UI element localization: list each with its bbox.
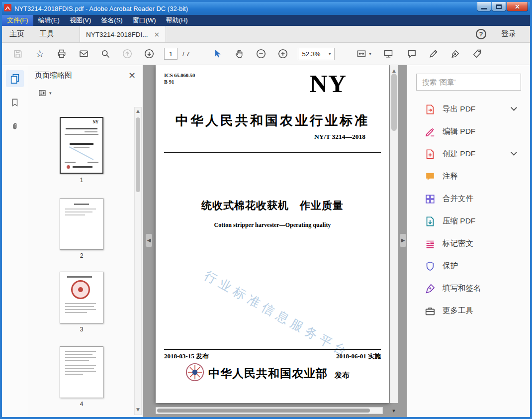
menu-window[interactable]: 窗口(W) [128, 15, 161, 26]
tab-document[interactable]: NYT3214-2018FDI... × [80, 26, 166, 42]
pdf-page: ICS 65.060.50 B 91 NY 中华人民共和国农业行业标准 NY/T… [156, 65, 389, 403]
thumbnail-page-number: 2 [60, 252, 103, 259]
combine-files-icon [424, 194, 436, 205]
publisher-name: 中华人民共和国农业部 [208, 366, 328, 381]
acrobat-window: NYT3214-2018FDIS.pdf - Adobe Acrobat Rea… [0, 0, 532, 419]
collapse-right-panel-button[interactable]: ▶ [400, 234, 406, 247]
zoom-caret-icon: ▾ [329, 52, 331, 56]
select-tool-button[interactable] [207, 45, 227, 62]
minimize-button[interactable] [477, 2, 491, 11]
standard-number: NY/T 3214—2018 [314, 133, 365, 141]
search-button[interactable] [95, 45, 115, 62]
fit-width-button[interactable]: ▾ [351, 45, 376, 62]
close-button[interactable]: × [507, 2, 528, 11]
panel-close-icon[interactable]: × [128, 71, 136, 80]
stamp-button[interactable] [467, 45, 487, 62]
menu-view[interactable]: 视图(V) [65, 15, 96, 26]
favorites-star-button[interactable]: ☆ [30, 45, 50, 62]
fit-width-caret-icon: ▾ [369, 52, 371, 56]
tools-search-input[interactable] [416, 74, 521, 91]
tool-redact[interactable]: 标记密文 [407, 232, 530, 255]
zoom-level-dropdown[interactable]: 52.3% ▾ [298, 48, 335, 60]
tab-tools[interactable]: 工具 [32, 26, 62, 42]
thumbnail-page-number: 3 [60, 326, 103, 333]
tab-document-label: NYT3214-2018FDI... [86, 31, 148, 38]
hand-tool-button[interactable] [229, 45, 249, 62]
document-vertical-scrollbar[interactable]: ▲ [390, 65, 398, 403]
implement-date: 2018-06-01 实施 [336, 352, 381, 361]
menu-file[interactable]: 文件(F) [2, 15, 33, 26]
thumbnails-scrollbar[interactable]: ▲ ▼ [134, 107, 142, 415]
highlight-button[interactable] [424, 45, 443, 62]
tool-combine-files[interactable]: 合并文件 [407, 188, 530, 210]
scroll-up-icon[interactable]: ▲ [136, 107, 140, 115]
thumbnails-options-button[interactable]: ▾ [28, 85, 143, 101]
tool-fill-sign[interactable]: 填写和签名 [407, 277, 530, 300]
zoom-out-button[interactable] [251, 45, 271, 62]
thumbnail-page-4[interactable] [60, 346, 103, 398]
tool-protect[interactable]: 保护 [407, 255, 530, 277]
tool-comment[interactable]: 注释 [407, 165, 530, 188]
divider-rule [164, 349, 381, 350]
tab-close-icon[interactable]: × [154, 31, 160, 38]
tool-create-pdf[interactable]: 创建 PDF [407, 143, 530, 165]
date-row: 2018-03-15 发布 2018-06-01 实施 [164, 352, 381, 361]
tool-more-tools[interactable]: 更多工具 [407, 300, 530, 322]
tools-panel: 导出 PDF 编辑 PDF 创建 PDF 注释 [407, 65, 530, 417]
menu-edit[interactable]: 编辑(E) [33, 15, 65, 26]
bookmarks-panel-button[interactable] [6, 94, 24, 111]
scroll-down-icon[interactable]: ▼ [136, 406, 140, 414]
edit-pdf-icon [424, 126, 436, 137]
maximize-button[interactable] [492, 2, 506, 11]
tab-home[interactable]: 主页 [2, 26, 32, 42]
tool-label: 更多工具 [443, 306, 473, 316]
tool-label: 注释 [443, 171, 458, 182]
thumbnail-page-2[interactable] [60, 198, 103, 250]
navigation-rail [2, 65, 28, 417]
watermark: 行业标准信息服务平台 [201, 267, 353, 361]
page-number-input[interactable] [164, 48, 177, 60]
document-area: ICS 65.060.50 B 91 NY 中华人民共和国农业行业标准 NY/T… [143, 65, 407, 417]
tool-label: 保护 [443, 261, 458, 271]
sign-button[interactable] [445, 45, 465, 62]
thumbnail-page-3[interactable] [60, 272, 103, 323]
thumbnail-preview [60, 272, 103, 323]
document-title-cn: 统收式棉花收获机 作业质量 [156, 199, 389, 212]
help-button[interactable]: ? [476, 29, 486, 39]
next-page-button[interactable] [139, 45, 159, 62]
menu-sign[interactable]: 签名(S) [96, 15, 127, 26]
scrollbar-thumb[interactable] [157, 409, 370, 413]
scrollbar-thumb[interactable] [391, 74, 397, 131]
collapse-left-panel-button[interactable]: ◀ [146, 234, 152, 247]
tool-label: 合并文件 [443, 194, 473, 204]
chevron-down-icon[interactable] [511, 105, 517, 111]
comment-button[interactable] [402, 45, 422, 62]
thumbnails-panel-title: 页面缩略图 [35, 71, 72, 80]
save-button[interactable] [8, 45, 28, 62]
zoom-in-button[interactable] [273, 45, 293, 62]
title-bar-left: NYT3214-2018FDIS.pdf - Adobe Acrobat Rea… [4, 2, 188, 15]
reading-mode-button[interactable] [378, 45, 398, 62]
tool-edit-pdf[interactable]: 编辑 PDF [407, 120, 530, 143]
thumbnail-page-1[interactable]: NY [60, 117, 103, 174]
create-pdf-icon [424, 149, 436, 160]
sign-in-button[interactable]: 登录 [501, 29, 516, 39]
scrollbar-thumb[interactable] [136, 117, 140, 192]
print-button[interactable] [52, 45, 72, 62]
tool-compress-pdf[interactable]: 压缩 PDF [407, 210, 530, 232]
tool-label: 填写和签名 [443, 283, 481, 294]
tool-label: 导出 PDF [443, 104, 475, 114]
page-thumbnails-panel-button[interactable] [6, 70, 24, 87]
document-horizontal-scrollbar[interactable] [156, 407, 383, 414]
attachments-panel-button[interactable] [6, 118, 24, 135]
previous-page-button[interactable] [117, 45, 137, 62]
email-button[interactable] [74, 45, 93, 62]
menu-help[interactable]: 帮助(H) [161, 15, 193, 26]
chevron-down-icon[interactable] [511, 149, 517, 156]
tool-export-pdf[interactable]: 导出 PDF [407, 98, 530, 120]
scroll-expand-button[interactable]: ▾ [389, 406, 399, 415]
tool-label: 压缩 PDF [443, 216, 475, 226]
export-pdf-icon [424, 104, 436, 115]
page-thumbnails-panel: 页面缩略图 × ▾ NY [28, 65, 143, 417]
thumbnail-preview [60, 199, 103, 249]
